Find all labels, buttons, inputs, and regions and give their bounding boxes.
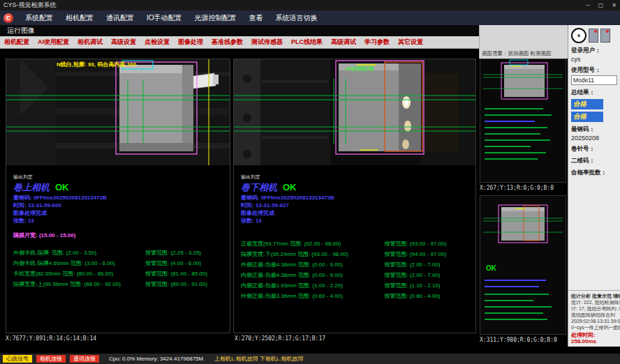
measure-value: 隔膜宽度-上(90.56mm 范围: (88.00 - 92.00) — [13, 279, 145, 289]
menu-system-config[interactable]: 系统配置 — [19, 13, 59, 23]
camera-image-lower[interactable]: AI识别区域 — [234, 59, 475, 165]
measure-value: 内侧正极-负极4.38mm 范围: (0.00 - 9.00) — [241, 270, 384, 280]
tool-test-sensor[interactable]: 测试传感器 — [247, 38, 287, 47]
tool-plc-result[interactable]: PLC线结果 — [287, 38, 327, 47]
login-user-value: cys — [571, 56, 617, 63]
measure-value: 内侧正极-负极1.93mm 范围: (1.00 - 2.20) — [241, 280, 384, 291]
menu-comm-config[interactable]: 通讯配置 — [100, 13, 140, 23]
alarm-range: 报警范围: (2.25 - 3.25) — [145, 248, 201, 258]
menu-language-switch[interactable]: 系统语言切换 — [270, 13, 324, 23]
alarm-range: 报警范围: (2.00 - 7.00) — [384, 259, 440, 270]
measure-value: 外侧卡线-隔膜: 范围: (2.00 - 3.50) — [13, 248, 145, 258]
measure-row: 外侧正极-负极3.36mm 范围: (0.60 - 4.00) 报警范围: (0… — [241, 291, 468, 301]
thumb-result-lower: OK — [486, 264, 496, 272]
tool-advanced-set[interactable]: 高级设置 — [107, 38, 140, 47]
coord-readout-upper: X:7677;Y:891;R:14;G:14;B:14 — [6, 335, 96, 342]
tool-advanced-debug[interactable]: 高级调试 — [327, 38, 360, 47]
thumbnail-lower[interactable]: OK — [480, 195, 566, 335]
result-item-1[interactable]: 合格 — [571, 99, 603, 109]
close-icon[interactable]: ✕ — [612, 2, 617, 8]
heartbeat-badge[interactable]: 心跳信号 — [3, 355, 32, 363]
model-select[interactable]: Mode11 — [571, 75, 617, 85]
camera-panel-lower: AI识别区域 输出判定 卷下相机 OK 最钢码: 0FFline20250208… — [233, 59, 476, 333]
alarm-range: 报警范围: (0.60 - 4.00) — [384, 291, 440, 301]
status-line: 图像处理完成 — [241, 209, 468, 217]
menu-light-control[interactable]: 光源控制配置 — [189, 13, 243, 23]
stats-line: 批陷图阵缺陷阵合列 — [571, 312, 617, 318]
title-bar: CYS-视觉检测系统 ─ ▢ ✕ — [0, 0, 620, 10]
model-label: 使用型号： — [571, 66, 617, 75]
tool-learn-param[interactable]: 学习参数 — [360, 38, 394, 47]
stats-header[interactable]: 统计分析 批量示范 继续保存 — [571, 293, 617, 299]
camera-name-lower: 卷下相机 — [241, 181, 277, 194]
judge-label: 输出判定 — [241, 174, 468, 181]
measure-row: 内侧正极-负极4.38mm 范围: (0.00 - 9.00) 报警范围: (2… — [241, 270, 468, 280]
camera-view-toggle-1-icon[interactable] — [589, 29, 598, 43]
pass-rate-label: 合格率批数： — [571, 169, 617, 177]
run-image-label: 运行图像 — [7, 26, 35, 36]
tool-baseline-param[interactable]: 基准线参数 — [207, 38, 247, 47]
comm-link-badge[interactable]: 通讯连接 — [70, 355, 99, 363]
alarm-range: 报警范围: (1.10 - 2.10) — [384, 280, 440, 291]
measure-value: 隔膜宽度-下(95.24mm 范围: (93.00 - 98.00) — [241, 249, 384, 259]
tool-camera-config[interactable]: 相机配置 — [0, 38, 34, 47]
camera-fault-text: 上相机L:相机故障 下相机L:相机故障 — [214, 355, 304, 363]
time-line: 时间: 13-31-59-600 — [13, 202, 223, 209]
measure-row: 内侧正极-负极1.93mm 范围: (1.00 - 2.20) 报警范围: (1… — [241, 280, 468, 291]
steel-code-label: 最钢码： — [571, 126, 617, 134]
app-logo-icon: C — [3, 13, 13, 23]
overlay-title-upper: N线白,轮廓: 93, 码合高内值:100 — [57, 61, 136, 68]
tool-bar: 相机配置 AI使用配置 相机调试 高级设置 点检设置 图像处理 基准线参数 测试… — [0, 36, 479, 49]
tool-other-set[interactable]: 其它设置 — [394, 38, 427, 47]
judge-label: 输出判定 — [13, 174, 223, 181]
tool-image-process[interactable]: 图像处理 — [174, 38, 207, 47]
camera-scene-lower — [234, 59, 475, 165]
thumbnail-upper[interactable] — [480, 59, 566, 183]
status-bar: 心跳信号 相机连接 通讯连接 Cpu: 0.0% Memory: 3424.41… — [0, 354, 620, 364]
measurement-rows-upper: 外侧卡线-隔膜: 范围: (2.00 - 3.50) 报警范围: (2.25 -… — [13, 248, 223, 289]
camera-panel-upper: N线白,轮廓: 93, 码合高内值:100 输出判定 卷上相机 OK 最钢码: … — [6, 59, 230, 333]
result-item-2[interactable]: 合格 — [571, 112, 603, 122]
camera-image-upper[interactable]: N线白,轮廓: 93, 码合高内值:100 — [6, 59, 230, 165]
menu-io-manual[interactable]: IO手动配置 — [140, 13, 189, 23]
measure-value: 外侧正极-负极4.38mm 范围: (0.00 - 9.00) — [241, 259, 384, 270]
tool-ai-config[interactable]: AI使用配置 — [34, 38, 73, 47]
alarm-range: 报警范围: (81.00 - 85.00) — [145, 268, 207, 279]
pause-button[interactable]: ⏸ — [571, 28, 586, 43]
measure-row: 外侧卡线-隔膜: 范围: (2.00 - 3.50) 报警范围: (2.25 -… — [13, 248, 223, 258]
barcode-line: 最钢码: 0FFline2025020813313472B — [241, 194, 468, 202]
maximize-icon[interactable]: ▢ — [598, 2, 604, 8]
result-badge-lower: OK — [283, 182, 297, 192]
cpu-memory-text: Cpu: 0.0% Memory: 3424.41796875M — [109, 356, 203, 362]
tool-camera-debug[interactable]: 相机调试 — [73, 38, 107, 47]
status-line: 图像处理完成 — [13, 209, 223, 217]
alarm-range: 报警范围: (94.00 - 97.00) — [384, 249, 446, 259]
qr-code-label: 二维码： — [571, 157, 617, 165]
right-sidebar: ⏸ 登录用户： cys 使用型号： Mode11 总结果： 合格 合格 最钢码：… — [568, 25, 620, 347]
measure-row: 卡线宽度(82.05mm 范围: (80.00 - 86.00) 报警范围: (… — [13, 268, 223, 279]
barcode-line: 最钢码: 0FFline2025020813313472B — [13, 194, 223, 202]
statistics-block: 统计分析 批量示范 继续保存 批计: 222, 批陷检测阵列 计: 17, 批陷… — [568, 290, 620, 347]
measure-row: 内侧卡线-隔膜4.60mm 范围: (3.00 - 6.00) 报警范围: (4… — [13, 258, 223, 268]
menu-camera-config[interactable]: 相机配置 — [59, 13, 100, 23]
window-title: CYS-视觉检测系统 — [3, 1, 57, 10]
alarm-range: 报警范围: (93.00 - 97.00) — [384, 238, 446, 249]
time-line: 时间: 13-31-59-627 — [241, 202, 468, 209]
menu-view[interactable]: 查看 — [243, 13, 270, 23]
view-header-label: 画面需要：抓拍画面 检测画面 — [482, 50, 552, 57]
run-image-tab[interactable]: 运行图像 — [0, 25, 479, 36]
camera-view-toggle-2-icon[interactable] — [600, 29, 610, 43]
result-text-lower: 输出判定 卷下相机 OK 最钢码: 0FFline202502081331347… — [234, 165, 475, 301]
note-line: 隔膜片宽: (15.00 - 15.00) — [13, 232, 223, 239]
camera-link-badge[interactable]: 相机连接 — [36, 355, 66, 363]
minimize-icon[interactable]: ─ — [586, 2, 590, 8]
process-time: 处理时间: 258.00ms — [571, 332, 617, 344]
camera-name-upper: 卷上相机 — [13, 181, 50, 194]
thumbnail-header: 画面需要：抓拍画面 检测画面 — [479, 25, 568, 59]
thumbnail-scene-upper — [480, 59, 566, 182]
measure-value: 卡线宽度(82.05mm 范围: (80.00 - 86.00) — [13, 268, 145, 279]
result-badge-upper: OK — [55, 182, 69, 192]
camera-scene-upper — [6, 59, 230, 165]
tool-spotcheck-set[interactable]: 点检设置 — [140, 38, 174, 47]
measure-row: 隔膜宽度-上(90.56mm 范围: (88.00 - 92.00) 报警范围:… — [13, 279, 223, 289]
